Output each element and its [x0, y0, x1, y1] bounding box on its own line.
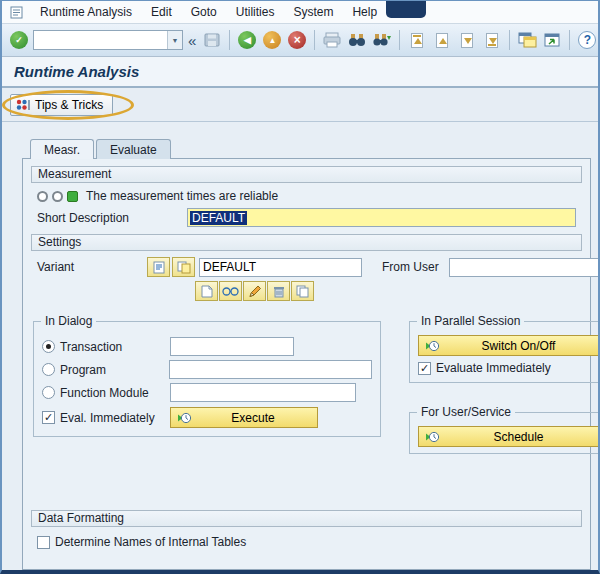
short-description-value: DEFAULT: [190, 211, 247, 225]
eval-immediately-checkbox[interactable]: [42, 411, 55, 424]
previous-page-icon: [436, 33, 448, 48]
determine-names-label: Determine Names of Internal Tables: [55, 535, 246, 549]
new-session-button[interactable]: [516, 29, 538, 51]
menu-edit[interactable]: Edit: [149, 4, 174, 20]
work-area: Measr. Evaluate Measurement The measurem…: [2, 122, 598, 570]
exit-button[interactable]: ▲: [261, 29, 283, 51]
get-variant-button[interactable]: [172, 257, 195, 277]
help-icon: ?: [578, 31, 596, 49]
schedule-button[interactable]: Schedule: [418, 426, 600, 447]
from-user-label: From User: [382, 260, 439, 274]
tab-strip: Measr. Evaluate: [30, 139, 591, 159]
measurement-section-header: Measurement: [31, 166, 582, 183]
new-session-icon: [518, 32, 537, 48]
toolbar-separator: [509, 30, 510, 50]
print-button[interactable]: [321, 29, 343, 51]
measurement-status-row: The measurement times are reliable: [31, 183, 582, 205]
program-row: Program: [42, 358, 372, 381]
menu-goto[interactable]: Goto: [189, 4, 219, 20]
program-input[interactable]: [169, 360, 372, 379]
find-button[interactable]: [346, 29, 368, 51]
display-variant-button[interactable]: [147, 257, 170, 277]
toolbar-separator: [569, 30, 570, 50]
next-page-icon: [461, 33, 473, 48]
group-columns: In Dialog Transaction Program Function M…: [31, 321, 582, 454]
find-binoculars-icon: [348, 33, 366, 47]
cancel-button[interactable]: ×: [286, 29, 308, 51]
execute-label: Execute: [195, 411, 311, 425]
next-page-button[interactable]: [456, 29, 478, 51]
schedule-label: Schedule: [443, 430, 594, 444]
transaction-input[interactable]: [170, 337, 294, 356]
switch-on-off-button[interactable]: Switch On/Off: [418, 335, 600, 356]
command-field[interactable]: ▼: [33, 30, 183, 50]
enter-check-icon: ✓: [10, 31, 28, 49]
measurement-circle-icon: [52, 191, 63, 202]
cancel-icon: ×: [288, 31, 306, 49]
transaction-radio[interactable]: [42, 340, 55, 353]
execute-button[interactable]: Execute: [170, 407, 318, 428]
eval-immediately-label: Eval. Immediately: [60, 411, 170, 425]
glasses-icon: [222, 286, 239, 297]
pencil-icon: [248, 285, 262, 298]
first-page-button[interactable]: [406, 29, 428, 51]
title-bar: Runtime Analysis: [2, 57, 598, 88]
change-button[interactable]: [243, 281, 266, 301]
program-radio[interactable]: [42, 363, 55, 376]
tips-and-tricks-button[interactable]: Tips & Tricks: [10, 94, 113, 116]
shortcut-icon: [544, 33, 561, 48]
function-module-label: Function Module: [60, 386, 170, 400]
function-module-row: Function Module: [42, 381, 372, 404]
menu-help[interactable]: Help: [350, 4, 379, 20]
eval-immediately-row: Eval. Immediately Execute: [42, 406, 372, 429]
enter-button[interactable]: ✓: [8, 29, 30, 51]
transaction-label: Transaction: [60, 340, 170, 354]
system-menu-icon[interactable]: [10, 6, 23, 19]
determine-names-checkbox[interactable]: [37, 536, 50, 549]
tab-evaluate[interactable]: Evaluate: [96, 139, 171, 159]
menu-system[interactable]: System: [291, 4, 335, 20]
last-page-button[interactable]: [481, 29, 503, 51]
status-green-icon: [67, 191, 78, 202]
switch-on-off-label: Switch On/Off: [443, 339, 594, 353]
command-dropdown-icon[interactable]: ▼: [167, 31, 182, 49]
menu-runtime-analysis[interactable]: Runtime Analysis: [38, 4, 134, 20]
tab-content-panel: Measurement The measurement times are re…: [22, 158, 591, 570]
short-description-label: Short Description: [37, 211, 187, 225]
settings-section-header: Settings: [31, 234, 582, 251]
internal-tables-row: Determine Names of Internal Tables: [31, 527, 582, 549]
display-button[interactable]: [219, 281, 242, 301]
delete-button[interactable]: [267, 281, 290, 301]
create-shortcut-button[interactable]: [541, 29, 563, 51]
toolbar-separator: [314, 30, 315, 50]
sap-gui-window: Runtime Analysis Edit Goto Utilities Sys…: [0, 0, 600, 574]
function-module-input[interactable]: [170, 383, 356, 402]
variant-input[interactable]: [199, 258, 362, 277]
copy-icon: [296, 285, 309, 298]
collapse-toolbar-icon[interactable]: «: [186, 32, 198, 49]
help-button[interactable]: ?: [576, 29, 598, 51]
previous-page-button[interactable]: [431, 29, 453, 51]
copy-button[interactable]: [291, 281, 314, 301]
back-button[interactable]: ◀: [236, 29, 258, 51]
in-dialog-title: In Dialog: [41, 314, 96, 328]
menu-utilities[interactable]: Utilities: [234, 4, 277, 20]
find-next-button[interactable]: [371, 29, 393, 51]
evaluate-immediately-label: Evaluate Immediately: [436, 361, 551, 375]
evaluate-immediately-checkbox[interactable]: [418, 362, 431, 375]
from-user-input[interactable]: [449, 258, 600, 277]
command-input[interactable]: [34, 32, 167, 48]
toolbar-separator: [229, 30, 230, 50]
application-toolbar: Tips & Tricks: [2, 88, 598, 122]
back-icon: ◀: [238, 31, 256, 49]
short-description-field[interactable]: DEFAULT: [187, 208, 576, 227]
in-dialog-group: In Dialog Transaction Program Function M…: [33, 321, 381, 437]
standard-toolbar: ✓ ▼ « ◀ ▲ ×: [2, 24, 598, 57]
function-module-radio[interactable]: [42, 386, 55, 399]
tab-measr[interactable]: Measr.: [30, 139, 94, 159]
create-variant-button[interactable]: [195, 281, 218, 301]
variant-label: Variant: [37, 260, 147, 274]
display-variant-icon: [152, 261, 166, 274]
measurement-status-text: The measurement times are reliable: [86, 189, 278, 203]
save-button[interactable]: [201, 29, 223, 51]
